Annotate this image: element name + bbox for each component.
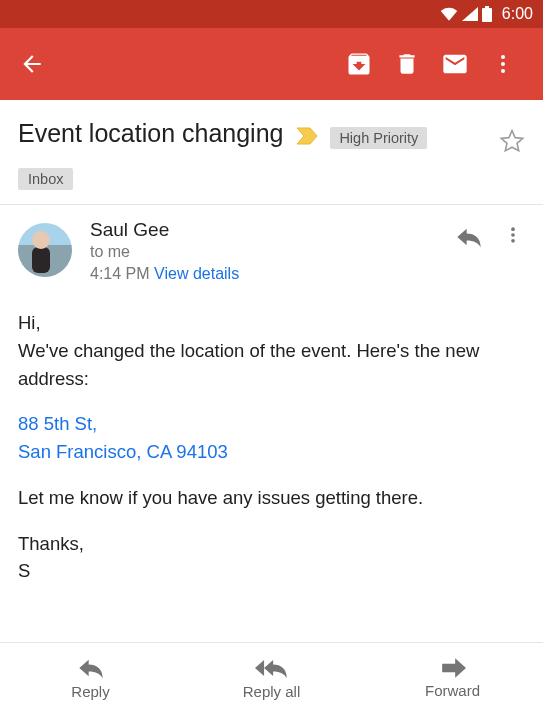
app-bar bbox=[0, 28, 543, 100]
address-link-line2[interactable]: San Francisco, CA 94103 bbox=[18, 441, 228, 462]
star-button[interactable] bbox=[499, 140, 525, 157]
email-body: Hi, We've changed the location of the ev… bbox=[0, 293, 543, 603]
arrow-back-icon bbox=[19, 51, 45, 77]
reply-button[interactable]: Reply bbox=[0, 643, 181, 714]
reply-all-icon bbox=[255, 657, 289, 679]
wifi-icon bbox=[440, 7, 458, 21]
sender-name[interactable]: Saul Gee bbox=[90, 219, 447, 241]
reply-icon bbox=[455, 225, 483, 249]
body-greeting: Hi, bbox=[18, 309, 525, 337]
mail-icon bbox=[441, 50, 469, 78]
recipient-line[interactable]: to me bbox=[90, 243, 447, 261]
svg-point-6 bbox=[511, 233, 515, 237]
svg-rect-1 bbox=[485, 6, 489, 9]
sent-time: 4:14 PM bbox=[90, 265, 150, 282]
closing2: S bbox=[18, 557, 525, 585]
sender-avatar[interactable] bbox=[18, 223, 72, 277]
priority-label: High Priority bbox=[330, 127, 427, 149]
folder-label[interactable]: Inbox bbox=[18, 168, 73, 190]
more-vert-icon bbox=[503, 223, 523, 247]
importance-marker-icon[interactable] bbox=[296, 127, 318, 149]
message-overflow-button[interactable] bbox=[491, 219, 525, 255]
quick-reply-button[interactable] bbox=[447, 221, 491, 257]
more-vert-icon bbox=[491, 52, 515, 76]
bottom-action-bar: Reply Reply all Forward bbox=[0, 642, 543, 714]
mark-unread-button[interactable] bbox=[431, 40, 479, 88]
svg-point-7 bbox=[511, 239, 515, 243]
reply-label: Reply bbox=[71, 683, 109, 700]
star-outline-icon bbox=[499, 128, 525, 154]
subject-row: Event location changing High Priority bbox=[0, 100, 543, 164]
reply-icon bbox=[77, 657, 105, 679]
body-line1: We've changed the location of the event.… bbox=[18, 337, 525, 393]
overflow-menu-button[interactable] bbox=[479, 40, 527, 88]
back-button[interactable] bbox=[8, 40, 56, 88]
forward-button[interactable]: Forward bbox=[362, 643, 543, 714]
reply-all-button[interactable]: Reply all bbox=[181, 643, 362, 714]
delete-button[interactable] bbox=[383, 40, 431, 88]
status-time: 6:00 bbox=[502, 5, 533, 23]
archive-icon bbox=[345, 50, 373, 78]
email-subject: Event location changing bbox=[18, 119, 283, 147]
sender-row: Saul Gee to me 4:14 PM View details bbox=[0, 205, 543, 293]
status-bar: 6:00 bbox=[0, 0, 543, 28]
trash-icon bbox=[394, 51, 420, 77]
svg-point-3 bbox=[501, 62, 505, 66]
svg-point-4 bbox=[501, 69, 505, 73]
svg-point-5 bbox=[511, 227, 515, 231]
battery-icon bbox=[482, 6, 492, 22]
cellular-icon bbox=[462, 7, 478, 21]
view-details-link[interactable]: View details bbox=[154, 265, 239, 282]
body-line2: Let me know if you have any issues getti… bbox=[18, 484, 525, 512]
reply-all-label: Reply all bbox=[243, 683, 301, 700]
forward-icon bbox=[440, 658, 466, 678]
svg-rect-0 bbox=[482, 8, 492, 22]
label-row: Inbox bbox=[0, 164, 543, 204]
closing1: Thanks, bbox=[18, 530, 525, 558]
archive-button[interactable] bbox=[335, 40, 383, 88]
svg-point-2 bbox=[501, 55, 505, 59]
time-line: 4:14 PM View details bbox=[90, 265, 447, 283]
address-link-line1[interactable]: 88 5th St, bbox=[18, 413, 97, 434]
forward-label: Forward bbox=[425, 682, 480, 699]
